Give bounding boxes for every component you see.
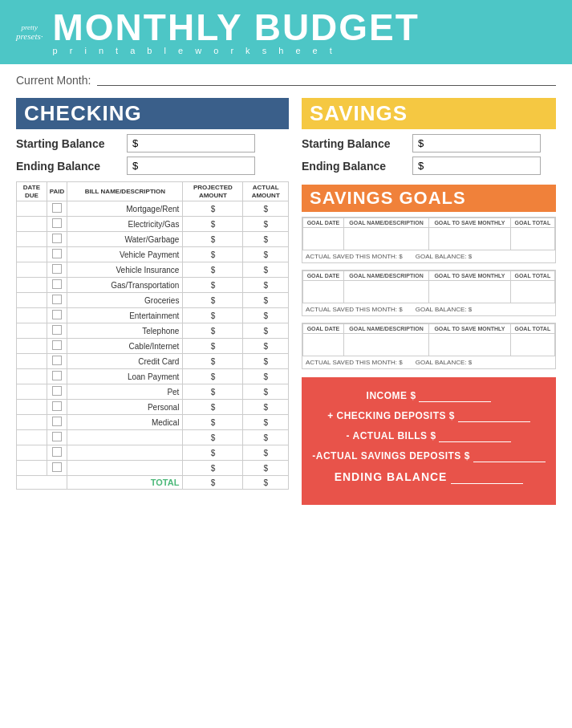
date-due-cell[interactable] xyxy=(17,323,47,339)
actual-cell[interactable]: $ xyxy=(243,445,289,461)
date-due-cell[interactable] xyxy=(17,461,47,476)
actual-cell[interactable]: $ xyxy=(243,278,289,293)
actual-cell[interactable]: $ xyxy=(243,232,289,247)
projected-cell[interactable]: $ xyxy=(183,201,243,217)
actual-cell[interactable]: $ xyxy=(243,369,289,384)
date-due-cell[interactable] xyxy=(17,415,47,430)
paid-checkbox[interactable] xyxy=(52,249,62,258)
actual-cell[interactable]: $ xyxy=(243,415,289,430)
projected-cell[interactable]: $ xyxy=(183,430,243,445)
projected-cell[interactable]: $ xyxy=(183,232,243,247)
actual-cell[interactable]: $ xyxy=(243,201,289,217)
table-row: Credit Card $ $ xyxy=(17,354,289,369)
projected-cell[interactable]: $ xyxy=(183,262,243,278)
projected-cell[interactable]: $ xyxy=(183,247,243,262)
actual-cell[interactable]: $ xyxy=(243,323,289,339)
paid-cell[interactable] xyxy=(47,369,67,384)
paid-checkbox[interactable] xyxy=(52,417,62,426)
actual-cell[interactable]: $ xyxy=(243,217,289,232)
income-line: INCOME $ xyxy=(311,390,546,402)
paid-cell[interactable] xyxy=(47,232,67,247)
paid-cell[interactable] xyxy=(47,323,67,339)
paid-cell[interactable] xyxy=(47,278,67,293)
paid-checkbox[interactable] xyxy=(52,325,62,335)
goal-table-0: GOAL DATEGOAL NAME/DESCRIPTIONGOAL TO SA… xyxy=(302,218,555,250)
projected-cell[interactable]: $ xyxy=(183,384,243,400)
paid-checkbox[interactable] xyxy=(52,462,62,472)
projected-cell[interactable]: $ xyxy=(183,354,243,369)
paid-cell[interactable] xyxy=(47,384,67,400)
actual-cell[interactable]: $ xyxy=(243,384,289,400)
actual-cell[interactable]: $ xyxy=(243,262,289,278)
projected-cell[interactable]: $ xyxy=(183,308,243,323)
date-due-cell[interactable] xyxy=(17,201,47,217)
actual-cell[interactable]: $ xyxy=(243,461,289,476)
date-due-cell[interactable] xyxy=(17,384,47,400)
date-due-cell[interactable] xyxy=(17,445,47,461)
paid-checkbox[interactable] xyxy=(52,218,62,228)
paid-cell[interactable] xyxy=(47,201,67,217)
date-due-cell[interactable] xyxy=(17,232,47,247)
actual-cell[interactable]: $ xyxy=(243,339,289,354)
paid-checkbox[interactable] xyxy=(52,234,62,243)
paid-checkbox[interactable] xyxy=(52,295,62,304)
date-due-cell[interactable] xyxy=(17,262,47,278)
projected-cell[interactable]: $ xyxy=(183,461,243,476)
checking-starting-input[interactable]: $ xyxy=(127,134,255,153)
actual-cell[interactable]: $ xyxy=(243,293,289,308)
projected-cell[interactable]: $ xyxy=(183,278,243,293)
date-due-cell[interactable] xyxy=(17,293,47,308)
savings-starting-input[interactable]: $ xyxy=(412,134,541,153)
table-row: Telephone $ $ xyxy=(17,323,289,339)
actual-cell[interactable]: $ xyxy=(243,247,289,262)
actual-cell[interactable]: $ xyxy=(243,308,289,323)
date-due-cell[interactable] xyxy=(17,430,47,445)
projected-cell[interactable]: $ xyxy=(183,217,243,232)
date-due-cell[interactable] xyxy=(17,217,47,232)
paid-checkbox[interactable] xyxy=(52,279,62,289)
paid-checkbox[interactable] xyxy=(52,203,62,213)
date-due-cell[interactable] xyxy=(17,339,47,354)
projected-cell[interactable]: $ xyxy=(183,445,243,461)
projected-cell[interactable]: $ xyxy=(183,415,243,430)
table-row: Medical $ $ xyxy=(17,415,289,430)
actual-cell[interactable]: $ xyxy=(243,400,289,415)
savings-ending-input[interactable]: $ xyxy=(412,157,541,175)
checking-ending-input[interactable]: $ xyxy=(127,157,255,175)
paid-cell[interactable] xyxy=(47,461,67,476)
paid-cell[interactable] xyxy=(47,339,67,354)
paid-checkbox[interactable] xyxy=(52,356,62,365)
paid-cell[interactable] xyxy=(47,354,67,369)
projected-cell[interactable]: $ xyxy=(183,293,243,308)
projected-cell[interactable]: $ xyxy=(183,400,243,415)
paid-checkbox[interactable] xyxy=(52,340,62,350)
projected-cell[interactable]: $ xyxy=(183,323,243,339)
paid-cell[interactable] xyxy=(47,247,67,262)
bill-name-cell: Entertainment xyxy=(67,308,183,323)
date-due-cell[interactable] xyxy=(17,247,47,262)
date-due-cell[interactable] xyxy=(17,278,47,293)
projected-cell[interactable]: $ xyxy=(183,369,243,384)
paid-cell[interactable] xyxy=(47,445,67,461)
paid-cell[interactable] xyxy=(47,217,67,232)
paid-cell[interactable] xyxy=(47,430,67,445)
paid-cell[interactable] xyxy=(47,308,67,323)
paid-cell[interactable] xyxy=(47,400,67,415)
paid-checkbox[interactable] xyxy=(52,371,62,380)
date-due-cell[interactable] xyxy=(17,308,47,323)
paid-cell[interactable] xyxy=(47,293,67,308)
paid-checkbox[interactable] xyxy=(52,401,62,411)
paid-checkbox[interactable] xyxy=(52,386,62,396)
paid-cell[interactable] xyxy=(47,415,67,430)
actual-cell[interactable]: $ xyxy=(243,430,289,445)
paid-checkbox[interactable] xyxy=(52,432,62,441)
paid-cell[interactable] xyxy=(47,262,67,278)
date-due-cell[interactable] xyxy=(17,400,47,415)
actual-cell[interactable]: $ xyxy=(243,354,289,369)
projected-cell[interactable]: $ xyxy=(183,339,243,354)
paid-checkbox[interactable] xyxy=(52,447,62,457)
date-due-cell[interactable] xyxy=(17,369,47,384)
paid-checkbox[interactable] xyxy=(52,264,62,274)
date-due-cell[interactable] xyxy=(17,354,47,369)
paid-checkbox[interactable] xyxy=(52,310,62,319)
